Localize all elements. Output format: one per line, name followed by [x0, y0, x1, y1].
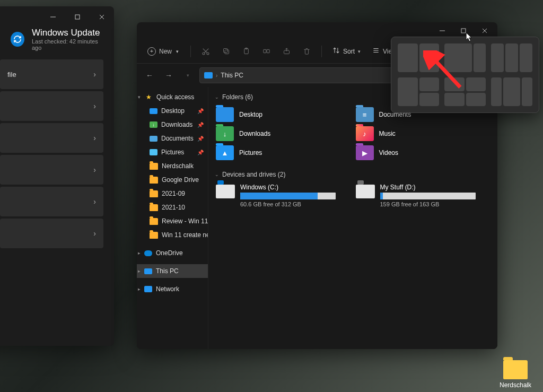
sidebar-this-pc[interactable]: ▸ This PC [137, 264, 208, 278]
snap-zone[interactable] [474, 43, 486, 72]
snap-zone[interactable] [466, 93, 486, 107]
folder-item[interactable]: ♪Music [356, 125, 491, 142]
content-pane: ⌄ Folders (6) Desktop≡Documents↓Download… [208, 87, 497, 349]
sidebar-item[interactable]: ↓Downloads📌 [137, 118, 208, 132]
sidebar-item-label: This PC [156, 267, 179, 275]
drive-item[interactable]: My Stuff (D:)159 GB free of 163 GB [356, 184, 491, 207]
folder-icon [150, 177, 158, 184]
folder-icon [150, 218, 158, 225]
chevron-right-icon[interactable]: ▸ [138, 268, 141, 274]
settings-maximize-button[interactable] [65, 8, 90, 25]
snap-zone[interactable] [505, 43, 518, 72]
settings-item[interactable]: file› [0, 59, 103, 89]
star-icon: ★ [144, 93, 153, 101]
snap-zone[interactable] [520, 43, 532, 72]
snap-layout-half-half [398, 43, 439, 72]
forward-button[interactable]: → [161, 68, 176, 83]
settings-item[interactable]: › [0, 123, 103, 153]
sidebar-network[interactable]: ▸ Network [137, 282, 208, 296]
settings-window: Windows Update Last checked: 42 minutes … [0, 6, 114, 346]
explorer-close-button[interactable] [474, 23, 495, 38]
snap-zone[interactable] [419, 77, 440, 91]
settings-subtitle: Last checked: 42 minutes ago [32, 38, 103, 51]
drive-icon [356, 185, 375, 198]
sidebar: ▾ ★ Quick access Desktop📌↓Downloads📌Docu… [137, 87, 208, 349]
desktop-folder-label: Nerdschalk [495, 381, 536, 389]
paste-icon[interactable] [238, 44, 255, 59]
snap-zone[interactable] [491, 77, 502, 106]
folder-item[interactable]: ↓Downloads [216, 125, 351, 142]
rename-icon[interactable] [258, 44, 275, 59]
pin-icon: 📌 [197, 108, 204, 114]
new-label: New [159, 48, 172, 55]
pic-icon [150, 149, 157, 155]
settings-item[interactable]: › [0, 155, 103, 185]
chevron-down-icon: ⌄ [215, 172, 219, 177]
cut-icon[interactable] [197, 44, 214, 59]
explorer-maximize-button[interactable] [453, 23, 474, 38]
snap-zone[interactable] [444, 77, 465, 91]
explorer-minimize-button[interactable] [432, 23, 453, 38]
drive-item[interactable]: Windows (C:)60.6 GB free of 312 GB [216, 184, 351, 207]
settings-close-button[interactable] [90, 8, 114, 25]
settings-minimize-button[interactable] [41, 8, 65, 25]
sidebar-item-label: Nerdschalk [162, 162, 194, 170]
folder-icon [216, 107, 234, 122]
sidebar-item[interactable]: 2021-09 [137, 187, 208, 201]
folder-item[interactable]: Desktop [216, 106, 351, 123]
sidebar-item-label: Desktop [161, 107, 185, 115]
sidebar-item[interactable]: Nerdschalk [137, 159, 208, 173]
sidebar-item[interactable]: 2021-10 [137, 201, 208, 214]
settings-item[interactable]: › [0, 219, 103, 248]
svg-rect-16 [263, 49, 266, 53]
sidebar-quick-access[interactable]: ▾ ★ Quick access [137, 90, 208, 104]
sidebar-item-label: Downloads [161, 121, 192, 128]
chevron-down-icon: ▾ [176, 49, 179, 54]
sidebar-item[interactable]: Documents📌 [137, 132, 208, 145]
separator [190, 46, 191, 57]
snap-zone[interactable] [466, 77, 486, 91]
sidebar-item[interactable]: Pictures📌 [137, 145, 208, 159]
snap-zone[interactable] [419, 93, 440, 107]
chevron-right-icon[interactable]: ▸ [138, 250, 141, 256]
snap-zone[interactable] [398, 43, 418, 72]
plus-icon: + [147, 47, 156, 56]
snap-zone[interactable] [444, 93, 465, 107]
pin-icon: 📌 [197, 150, 204, 155]
refresh-icon [11, 32, 24, 47]
copy-icon[interactable] [217, 44, 234, 59]
sidebar-item[interactable]: Win 11 create new [137, 228, 208, 242]
desktop-folder[interactable]: Nerdschalk [495, 360, 536, 389]
settings-item[interactable]: › [0, 91, 103, 121]
drives-section-header[interactable]: ⌄ Devices and drives (2) [215, 169, 491, 180]
sidebar-item[interactable]: Google Drive [137, 173, 208, 187]
sidebar-item[interactable]: Desktop📌 [137, 104, 208, 118]
snap-zone[interactable] [419, 43, 440, 72]
snap-zone[interactable] [522, 77, 532, 106]
sort-button[interactable]: Sort ▾ [328, 45, 365, 58]
chevron-right-icon: › [93, 229, 96, 238]
new-button[interactable]: + New ▾ [142, 44, 184, 59]
sidebar-onedrive[interactable]: ▸ OneDrive [137, 246, 208, 260]
breadcrumb[interactable]: This PC [221, 72, 243, 79]
settings-item[interactable]: › [0, 187, 103, 216]
folder-item[interactable]: ▶Videos [356, 144, 491, 161]
snap-zone[interactable] [503, 77, 520, 106]
folder-icon [150, 163, 158, 170]
snap-zone[interactable] [444, 43, 472, 72]
snap-zone[interactable] [491, 43, 504, 72]
chevron-right-icon[interactable]: ▸ [138, 286, 141, 292]
folder-icon [150, 232, 158, 239]
settings-titlebar [0, 6, 114, 28]
sidebar-item-label: Documents [161, 135, 194, 142]
chevron-right-icon: › [93, 165, 96, 174]
chevron-down-icon[interactable]: ▾ [138, 94, 141, 100]
share-icon[interactable] [278, 44, 295, 59]
delete-icon[interactable] [298, 44, 315, 59]
sort-label: Sort [343, 48, 355, 55]
up-button[interactable]: ▾ [180, 68, 195, 83]
folder-item[interactable]: ▲Pictures [216, 144, 351, 161]
back-button[interactable]: ← [142, 68, 157, 83]
snap-zone[interactable] [398, 77, 418, 106]
sidebar-item[interactable]: Review - Win 11 st [137, 214, 208, 228]
